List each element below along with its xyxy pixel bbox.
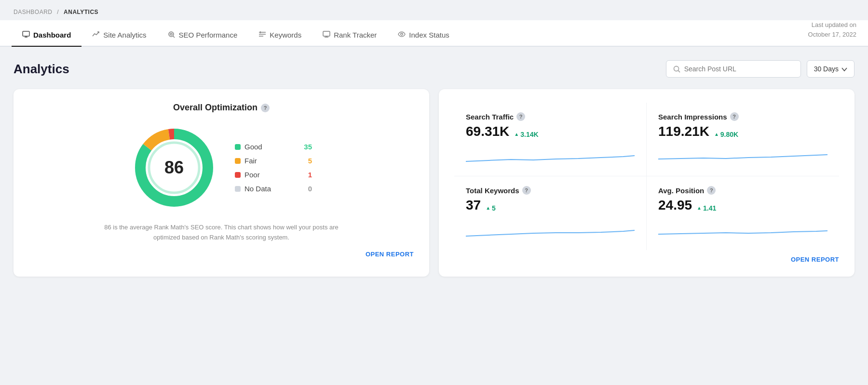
svg-line-15 bbox=[678, 70, 680, 72]
legend-label-nodata: No Data bbox=[244, 185, 271, 193]
svg-rect-0 bbox=[23, 31, 29, 36]
open-report-button[interactable]: OPEN REPORT bbox=[366, 251, 414, 258]
optimization-card: Overall Optimization ? bbox=[14, 89, 429, 277]
stat-traffic-delta: 3.14K bbox=[514, 131, 538, 138]
tab-rank-tracker-label: Rank Tracker bbox=[334, 31, 377, 39]
stats-card: Search Traffic ? 69.31K 3.14K Search Imp… bbox=[439, 89, 854, 277]
days-label: 30 Days bbox=[814, 65, 839, 73]
legend-label-poor: Poor bbox=[244, 171, 260, 179]
traffic-sparkline bbox=[466, 147, 635, 166]
legend-label-fair: Fair bbox=[244, 157, 257, 165]
stat-impressions-delta: 9.80K bbox=[714, 131, 738, 138]
tabs-list: Dashboard Site Analytics SEO Performance bbox=[12, 24, 460, 46]
stat-avg-position: Avg. Position ? 24.95 1.41 bbox=[647, 176, 839, 250]
legend-dot-nodata bbox=[235, 186, 241, 192]
legend-label-good: Good bbox=[244, 143, 262, 151]
dashboard-grid: Overall Optimization ? bbox=[14, 89, 854, 277]
stat-keywords-delta: 5 bbox=[486, 204, 496, 212]
stat-position-delta: 1.41 bbox=[697, 204, 716, 212]
legend-item-poor: Poor 1 bbox=[235, 171, 312, 179]
breadcrumb: DASHBOARD / ANALYTICS bbox=[0, 0, 868, 20]
last-updated: Last updated on October 17, 2022 bbox=[808, 20, 856, 46]
legend-count-poor: 1 bbox=[308, 171, 312, 179]
optimization-title: Overall Optimization ? bbox=[173, 103, 270, 113]
tab-seo-performance-label: SEO Performance bbox=[179, 31, 238, 39]
page-title: Analytics bbox=[14, 62, 69, 77]
position-sparkline bbox=[658, 221, 827, 240]
header-controls: 30 Days bbox=[666, 60, 854, 78]
chart-icon bbox=[92, 31, 100, 39]
eye-icon bbox=[398, 31, 406, 39]
tab-dashboard[interactable]: Dashboard bbox=[12, 24, 81, 47]
stats-open-report-button[interactable]: OPEN REPORT bbox=[791, 256, 839, 263]
stat-traffic-value: 69.31K bbox=[466, 124, 509, 139]
impressions-sparkline bbox=[658, 147, 827, 166]
stat-keywords-help-icon[interactable]: ? bbox=[522, 186, 531, 195]
legend-item-fair: Fair 5 bbox=[235, 157, 312, 165]
tab-index-status-label: Index Status bbox=[409, 31, 449, 39]
days-dropdown[interactable]: 30 Days bbox=[807, 60, 854, 78]
seo-icon bbox=[168, 31, 176, 39]
legend-dot-poor bbox=[235, 172, 241, 178]
breadcrumb-separator: / bbox=[57, 9, 59, 15]
main-content: Analytics 30 Days bbox=[0, 47, 868, 290]
search-url-container bbox=[666, 60, 801, 78]
tab-seo-performance[interactable]: SEO Performance bbox=[157, 24, 248, 47]
tab-site-analytics[interactable]: Site Analytics bbox=[81, 24, 157, 47]
stat-search-traffic: Search Traffic ? 69.31K 3.14K bbox=[454, 103, 647, 176]
svg-point-4 bbox=[170, 33, 172, 35]
legend-dot-good bbox=[235, 144, 241, 150]
optimization-help-icon[interactable]: ? bbox=[261, 104, 270, 112]
breadcrumb-parent[interactable]: DASHBOARD bbox=[14, 9, 53, 15]
stat-impressions-label: Search Impressions ? bbox=[658, 112, 827, 121]
stat-keywords-label: Total Keywords ? bbox=[466, 186, 635, 195]
svg-point-14 bbox=[674, 66, 678, 71]
legend-count-fair: 5 bbox=[308, 157, 312, 165]
monitor-icon bbox=[22, 31, 30, 39]
svg-point-3 bbox=[169, 32, 174, 37]
legend-item-good: Good 35 bbox=[235, 143, 312, 151]
search-url-input[interactable] bbox=[684, 65, 794, 73]
analytics-header: Analytics 30 Days bbox=[14, 60, 854, 78]
optimization-legend: Good 35 Fair 5 Poor bbox=[235, 143, 312, 193]
list-icon bbox=[258, 31, 266, 39]
svg-rect-10 bbox=[323, 31, 330, 36]
rank-icon bbox=[323, 31, 330, 39]
legend-item-nodata: No Data 0 bbox=[235, 185, 312, 193]
legend-count-good: 35 bbox=[304, 143, 312, 151]
stat-position-help-icon[interactable]: ? bbox=[707, 186, 716, 195]
stats-grid: Search Traffic ? 69.31K 3.14K Search Imp… bbox=[454, 103, 839, 250]
tab-rank-tracker[interactable]: Rank Tracker bbox=[312, 24, 387, 47]
donut-score: 86 bbox=[164, 158, 184, 178]
tab-keywords[interactable]: Keywords bbox=[248, 24, 312, 47]
tabs-bar: Dashboard Site Analytics SEO Performance bbox=[0, 20, 868, 47]
legend-count-nodata: 0 bbox=[308, 185, 312, 193]
keywords-sparkline bbox=[466, 221, 635, 240]
search-icon bbox=[673, 66, 680, 73]
stat-impressions-help-icon[interactable]: ? bbox=[730, 112, 739, 121]
stat-search-impressions: Search Impressions ? 119.21K 9.80K bbox=[647, 103, 839, 176]
svg-point-13 bbox=[401, 33, 403, 35]
donut-chart: 86 bbox=[131, 124, 217, 211]
stat-impressions-value: 119.21K bbox=[658, 124, 709, 139]
stat-position-label: Avg. Position ? bbox=[658, 186, 827, 195]
stat-search-traffic-label: Search Traffic ? bbox=[466, 112, 635, 121]
tab-site-analytics-label: Site Analytics bbox=[103, 31, 146, 39]
tab-dashboard-label: Dashboard bbox=[33, 31, 71, 39]
svg-line-5 bbox=[173, 36, 175, 38]
stat-total-keywords: Total Keywords ? 37 5 bbox=[454, 176, 647, 250]
optimization-body: 86 Good 35 Fair bbox=[29, 124, 414, 211]
chevron-down-icon bbox=[841, 65, 847, 73]
breadcrumb-current: ANALYTICS bbox=[64, 9, 98, 15]
optimization-footer-text: 86 is the average Rank Math's SEO score.… bbox=[101, 223, 342, 243]
tab-keywords-label: Keywords bbox=[270, 31, 301, 39]
stat-traffic-help-icon[interactable]: ? bbox=[516, 112, 525, 121]
stats-card-footer: OPEN REPORT bbox=[454, 250, 839, 263]
stat-keywords-value: 37 bbox=[466, 198, 481, 213]
tab-index-status[interactable]: Index Status bbox=[387, 24, 460, 47]
legend-dot-fair bbox=[235, 158, 241, 164]
stat-position-value: 24.95 bbox=[658, 198, 692, 213]
